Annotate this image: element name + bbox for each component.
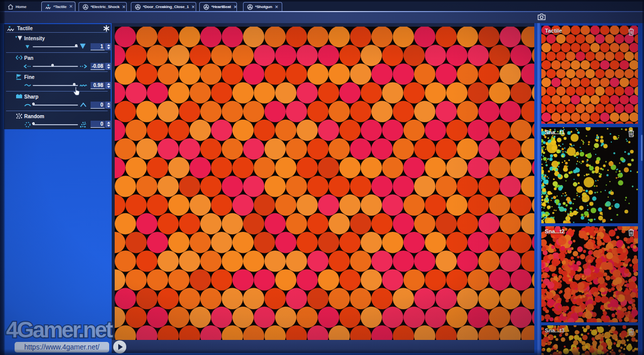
svg-text:4Gamer.net: 4Gamer.net <box>6 317 113 342</box>
